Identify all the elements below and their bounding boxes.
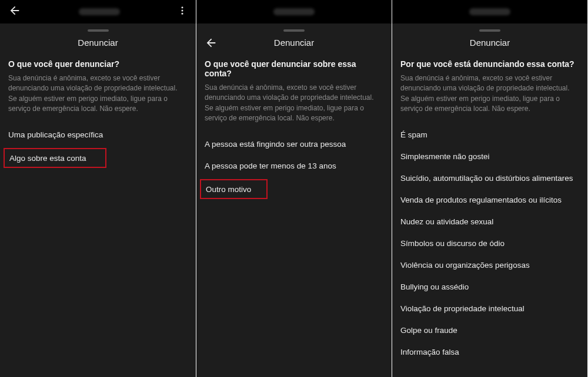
svg-point-0: [182, 6, 183, 8]
panel-1: Denunciar O que você quer denunciar? Sua…: [0, 0, 196, 377]
back-icon[interactable]: [8, 4, 21, 19]
sheet-title: Denunciar: [274, 38, 314, 48]
svg-point-1: [182, 10, 183, 12]
option-bullying[interactable]: Bullying ou assédio: [400, 276, 579, 298]
option-false-info[interactable]: Informação falsa: [400, 341, 579, 363]
option-about-account[interactable]: Algo sobre esta conta: [9, 154, 86, 163]
sheet-title: Denunciar: [78, 38, 118, 48]
panel-2: Denunciar O que você quer denunciar sobr…: [196, 0, 392, 377]
option-hate[interactable]: Símbolos ou discurso de ódio: [400, 233, 579, 254]
option-impersonation[interactable]: A pessoa está fingindo ser outra pessoa: [205, 133, 383, 155]
highlight-box: Outro motivo: [200, 179, 268, 199]
sheet-title: Denunciar: [470, 38, 510, 48]
app-topbar: [392, 0, 587, 23]
back-icon[interactable]: [205, 36, 218, 49]
app-topbar: [0, 0, 196, 23]
report-description: Sua denúncia é anônima, exceto se você e…: [400, 73, 579, 115]
sheet-title-row: Denunciar: [196, 35, 392, 56]
report-question: O que você quer denunciar?: [8, 59, 188, 69]
sheet-handle[interactable]: [479, 29, 500, 32]
sheet-handle[interactable]: [88, 29, 109, 32]
sheet-title-row: Denunciar: [0, 35, 196, 56]
app-topbar: [196, 0, 392, 23]
option-underage[interactable]: A pessoa pode ter menos de 13 anos: [205, 155, 383, 177]
report-description: Sua denúncia é anônima, exceto se você e…: [205, 83, 383, 124]
option-self-harm[interactable]: Suicídio, automutilação ou distúrbios al…: [400, 167, 579, 189]
panel-3: Denunciar Por que você está denunciando …: [392, 0, 587, 377]
option-other-reason[interactable]: Outro motivo: [206, 185, 251, 194]
option-specific-post[interactable]: Uma publicação específica: [8, 124, 188, 146]
kebab-icon[interactable]: [177, 5, 188, 18]
report-question: O que você quer denunciar sobre essa con…: [205, 59, 383, 78]
option-scam[interactable]: Golpe ou fraude: [400, 319, 579, 341]
profile-name-blurred: [79, 8, 120, 15]
option-dislike[interactable]: Simplesmente não gostei: [400, 146, 579, 167]
option-nudity[interactable]: Nudez ou atividade sexual: [400, 211, 579, 233]
report-question: Por que você está denunciando essa conta…: [400, 59, 579, 69]
profile-name-blurred: [469, 8, 510, 15]
report-description: Sua denúncia é anônima, exceto se você e…: [8, 73, 188, 115]
sheet-title-row: Denunciar: [392, 35, 587, 56]
sheet-handle[interactable]: [283, 29, 305, 32]
highlight-box: Algo sobre esta conta: [4, 148, 106, 168]
profile-name-blurred: [273, 8, 315, 15]
option-regulated-goods[interactable]: Venda de produtos regulamentados ou ilíc…: [400, 189, 579, 211]
option-violence[interactable]: Violência ou organizações perigosas: [400, 254, 579, 276]
option-spam[interactable]: É spam: [400, 124, 579, 146]
svg-point-2: [182, 13, 183, 15]
option-ip-violation[interactable]: Violação de propriedade intelectual: [400, 298, 579, 319]
